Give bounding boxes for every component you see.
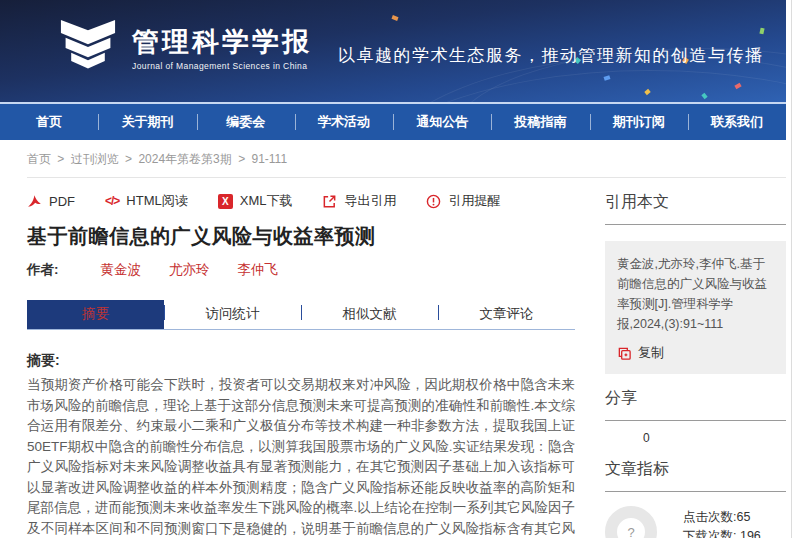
citation-alert-button[interactable]: 引用提醒 — [426, 192, 500, 210]
authors-row: 作者: 黄金波 尤亦玲 李仲飞 — [27, 261, 575, 279]
site-banner: 管理科学学报 Journal of Management Sciences in… — [0, 0, 786, 102]
journal-title: 管理科学学报 — [132, 26, 312, 58]
section-divider — [605, 491, 786, 492]
breadcrumb: 首页 > 过刊浏览 > 2024年第卷第3期 > 91-111 — [27, 151, 786, 168]
content-area: 首页 > 过刊浏览 > 2024年第卷第3期 > 91-111 PDF — [0, 151, 786, 538]
article-column: PDF </> HTML阅读 X XML下载 — [27, 178, 575, 538]
sidebar: 引用本文 黄金波,尤亦玲,李仲飞.基于前瞻信息的广义风险与收益率预测[J].管理… — [605, 178, 786, 538]
nav-item-home[interactable]: 首页 — [0, 104, 98, 140]
copy-icon — [617, 346, 632, 361]
breadcrumb-home[interactable]: 首页 — [27, 152, 51, 166]
section-divider — [605, 224, 786, 225]
breadcrumb-separator: > — [238, 152, 245, 166]
tab-comments[interactable]: 文章评论 — [438, 300, 575, 329]
xml-download-label: XML下载 — [240, 192, 293, 210]
pdf-label: PDF — [49, 194, 75, 209]
metrics-section-title: 文章指标 — [605, 459, 786, 480]
banner-decoration — [391, 15, 398, 21]
journal-logo[interactable]: 管理科学学报 Journal of Management Sciences in… — [58, 20, 312, 76]
metric-lines: 点击次数:65 下载次数: 196 HTML阅读次数: 0 引用次数: 0 — [683, 506, 781, 538]
breadcrumb-archive[interactable]: 过刊浏览 — [71, 152, 119, 166]
tab-similar-articles[interactable]: 相似文献 — [301, 300, 438, 329]
metric-downloads: 下载次数: 196 — [683, 527, 781, 538]
journal-logo-text: 管理科学学报 Journal of Management Sciences in… — [132, 26, 312, 71]
cite-section-title: 引用本文 — [605, 192, 786, 213]
breadcrumb-pages: 91-111 — [251, 152, 287, 166]
citation-text: 黄金波,尤亦玲,李仲飞.基于前瞻信息的广义风险与收益率预测[J].管理科学学报,… — [617, 254, 774, 334]
nav-item-academic-activities[interactable]: 学术活动 — [295, 104, 393, 140]
article-toolbar: PDF </> HTML阅读 X XML下载 — [27, 178, 575, 210]
breadcrumb-separator: > — [125, 152, 132, 166]
article-title: 基于前瞻信息的广义风险与收益率预测 — [27, 223, 575, 250]
nav-item-about[interactable]: 关于期刊 — [98, 104, 196, 140]
nav-item-submission-guide[interactable]: 投稿指南 — [491, 104, 589, 140]
nav-item-editorial-board[interactable]: 编委会 — [197, 104, 295, 140]
code-icon: </> — [105, 194, 119, 208]
copy-label: 复制 — [638, 344, 664, 362]
page-edge-line — [791, 0, 792, 538]
section-divider — [605, 420, 786, 421]
abstract-text: 当预期资产价格可能会下跌时，投资者可以交易期权来对冲风险，因此期权价格中隐含未来… — [27, 375, 575, 538]
nav-item-contact[interactable]: 联系我们 — [688, 104, 786, 140]
html-read-label: HTML阅读 — [126, 192, 187, 210]
nav-item-subscription[interactable]: 期刊订阅 — [590, 104, 688, 140]
author-link[interactable]: 尤亦玲 — [169, 261, 210, 279]
share-section-title: 分享 — [605, 388, 786, 409]
xml-icon: X — [218, 194, 233, 209]
metric-clicks: 点击次数:65 — [683, 508, 781, 527]
pdf-icon — [27, 194, 42, 209]
page: 管理科学学报 Journal of Management Sciences in… — [0, 0, 786, 538]
metrics-row: ? Altmetric 点击次数:65 下载次数: 196 HTML阅读次数: … — [605, 506, 786, 538]
pdf-button[interactable]: PDF — [27, 194, 75, 209]
banner-decoration — [759, 28, 764, 35]
article-tabs: 摘要 访问统计 相似文献 文章评论 — [27, 300, 575, 330]
alert-icon — [426, 194, 441, 209]
breadcrumb-separator: > — [57, 152, 64, 166]
author-link[interactable]: 李仲飞 — [238, 261, 279, 279]
export-icon — [322, 194, 337, 209]
tab-abstract[interactable]: 摘要 — [27, 300, 164, 329]
banner-slogan: 以卓越的学术生态服务，推动管理新知的创造与传播 — [338, 44, 764, 67]
journal-logo-icon — [58, 20, 118, 76]
altmetric-column: ? Altmetric — [605, 506, 671, 538]
nav-item-notices[interactable]: 通知公告 — [393, 104, 491, 140]
export-citation-button[interactable]: 导出引用 — [322, 192, 396, 210]
tab-visit-stats[interactable]: 访问统计 — [164, 300, 301, 329]
author-link[interactable]: 黄金波 — [101, 261, 142, 279]
journal-subtitle: Journal of Management Sciences in China — [132, 61, 312, 71]
main-nav: 首页 关于期刊 编委会 学术活动 通知公告 投稿指南 期刊订阅 联系我们 — [0, 104, 786, 140]
altmetric-badge-symbol: ? — [627, 525, 634, 538]
authors-label: 作者: — [27, 261, 59, 279]
xml-download-button[interactable]: X XML下载 — [218, 192, 293, 210]
altmetric-badge[interactable]: ? — [605, 506, 657, 538]
abstract-label: 摘要: — [27, 352, 575, 370]
export-citation-label: 导出引用 — [344, 192, 396, 210]
citation-box: 黄金波,尤亦玲,李仲飞.基于前瞻信息的广义风险与收益率预测[J].管理科学学报,… — [605, 241, 786, 374]
breadcrumb-issue[interactable]: 2024年第卷第3期 — [138, 152, 231, 166]
citation-alert-label: 引用提醒 — [448, 192, 500, 210]
html-read-button[interactable]: </> HTML阅读 — [105, 192, 188, 210]
share-count: 0 — [643, 431, 786, 445]
copy-citation-button[interactable]: 复制 — [617, 344, 774, 362]
